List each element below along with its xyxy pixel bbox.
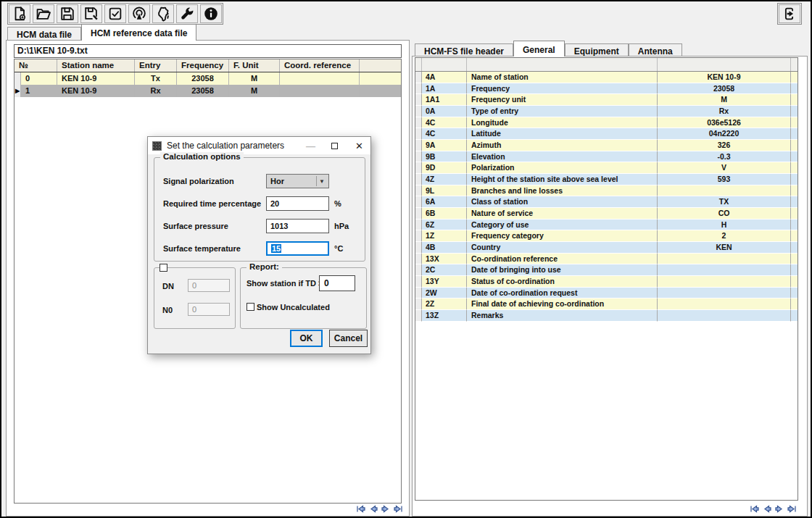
cancel-button[interactable]: Cancel bbox=[329, 330, 368, 347]
table-row[interactable]: 6AClass of stationTX bbox=[415, 196, 798, 208]
cell-value[interactable]: CO bbox=[658, 208, 791, 220]
africa-map-button[interactable] bbox=[152, 4, 174, 23]
cell-value[interactable]: 2 bbox=[658, 230, 791, 242]
new-file-button[interactable] bbox=[9, 4, 30, 23]
cell-frequency[interactable]: 23058 bbox=[177, 85, 229, 97]
cell-description[interactable]: Frequency bbox=[467, 83, 658, 95]
table-row[interactable]: 13XCo-ordination reference bbox=[415, 254, 798, 265]
cell-entry[interactable]: Rx bbox=[135, 85, 177, 97]
nav-last-button[interactable] bbox=[787, 504, 797, 514]
tab-equipment[interactable]: Equipment bbox=[565, 43, 629, 57]
cell-value[interactable]: 036e5126 bbox=[658, 117, 791, 129]
table-row[interactable]: 4CLatitude04n2220 bbox=[415, 128, 798, 140]
cell-no[interactable]: 1 bbox=[21, 85, 57, 97]
cell-value[interactable] bbox=[658, 276, 791, 288]
surface-pressure-input[interactable]: 1013 bbox=[266, 219, 329, 233]
table-row[interactable]: 1ZFrequency category2 bbox=[415, 230, 798, 242]
cell-code[interactable]: 4C bbox=[422, 128, 467, 140]
cell-code[interactable]: 2Z bbox=[422, 298, 467, 310]
column-header[interactable]: № bbox=[14, 59, 57, 72]
info-button[interactable] bbox=[200, 4, 222, 23]
cell-value[interactable]: KEN bbox=[658, 242, 791, 254]
cell-station-name[interactable]: KEN 10-9 bbox=[57, 72, 135, 85]
dn-input[interactable]: 0 bbox=[188, 279, 230, 292]
show-uncalculated-checkbox[interactable] bbox=[246, 303, 254, 311]
cell-value[interactable]: Rx bbox=[658, 106, 791, 117]
cell-description[interactable]: Status of co-ordination bbox=[467, 276, 658, 288]
cell-value[interactable]: KEN 10-9 bbox=[658, 72, 791, 83]
cell-description[interactable]: Frequency unit bbox=[467, 94, 658, 106]
column-header[interactable]: Station name bbox=[57, 59, 135, 72]
cell-funit[interactable]: M bbox=[229, 85, 280, 97]
cell-code[interactable]: 4C bbox=[422, 117, 467, 129]
cell-value[interactable]: 23058 bbox=[658, 83, 791, 95]
table-row[interactable]: 6BNature of serviceCO bbox=[415, 208, 798, 220]
cell-value[interactable]: TX bbox=[658, 196, 791, 208]
cell-code[interactable]: 13Z bbox=[422, 310, 467, 322]
cell-entry[interactable]: Tx bbox=[135, 72, 177, 85]
cell-description[interactable]: Name of station bbox=[467, 72, 658, 83]
save-as-button[interactable] bbox=[80, 4, 102, 23]
cell-description[interactable]: Height of the station site above sea lev… bbox=[467, 174, 658, 185]
table-row[interactable]: 4BCountryKEN bbox=[415, 242, 798, 254]
table-row[interactable]: 4ZHeight of the station site above sea l… bbox=[415, 174, 798, 185]
minimize-icon[interactable]: — bbox=[306, 141, 315, 151]
cell-description[interactable]: Co-ordination reference bbox=[467, 254, 658, 265]
signal-polarization-select[interactable]: Hor ▼ bbox=[266, 174, 329, 188]
cell-description[interactable]: Category of use bbox=[467, 220, 658, 231]
open-file-button[interactable] bbox=[33, 4, 54, 23]
show-station-threshold-input[interactable]: 0 bbox=[319, 275, 355, 291]
cell-description[interactable]: Country bbox=[467, 242, 658, 254]
table-row[interactable]: 9DPolarizationV bbox=[415, 162, 798, 174]
cell-value[interactable] bbox=[658, 185, 791, 197]
cell-code[interactable]: 13X bbox=[422, 254, 467, 265]
cell-code[interactable]: 2W bbox=[422, 288, 467, 299]
time-percentage-input[interactable]: 20 bbox=[266, 196, 329, 211]
cell-description[interactable]: Final date of achieving co-ordination bbox=[467, 298, 658, 310]
cell-value[interactable] bbox=[658, 288, 791, 299]
table-row[interactable]: 1A1Frequency unitM bbox=[415, 94, 798, 106]
table-row[interactable]: 4CLongitude036e5126 bbox=[415, 117, 798, 129]
cell-code[interactable]: 4Z bbox=[422, 174, 467, 185]
cell-description[interactable]: Date of co-ordination request bbox=[467, 288, 658, 299]
column-header[interactable]: Frequency bbox=[177, 59, 229, 72]
nav-prev-button[interactable] bbox=[762, 504, 772, 514]
cell-value[interactable]: V bbox=[658, 162, 791, 174]
cell-code[interactable]: 6Z bbox=[422, 220, 467, 231]
cell-code[interactable]: 6B bbox=[422, 208, 467, 220]
cell-description[interactable]: Class of station bbox=[467, 196, 658, 208]
tab-hcm-reference-data-file[interactable]: HCM reference data file bbox=[81, 24, 196, 41]
cell-description[interactable]: Branches and line losses bbox=[467, 185, 658, 197]
table-row[interactable]: 13ZRemarks bbox=[415, 310, 798, 322]
column-header[interactable]: F. Unit bbox=[229, 59, 280, 72]
cell-description[interactable]: Type of entry bbox=[467, 106, 658, 117]
cell-description[interactable]: Nature of service bbox=[467, 208, 658, 220]
cell-description[interactable]: Frequency category bbox=[467, 230, 658, 242]
cell-value[interactable] bbox=[658, 264, 791, 276]
cell-value[interactable]: H bbox=[658, 220, 791, 231]
cell-no[interactable]: 0 bbox=[21, 72, 57, 85]
cell-code[interactable]: 9B bbox=[422, 151, 467, 163]
maximize-icon[interactable] bbox=[331, 143, 338, 149]
column-header[interactable]: Coord. reference bbox=[280, 59, 360, 72]
column-header[interactable]: Entry bbox=[135, 59, 177, 72]
cell-code[interactable]: 13Y bbox=[422, 276, 467, 288]
cell-code[interactable]: 0A bbox=[422, 106, 467, 117]
table-row[interactable]: 6ZCategory of useH bbox=[415, 220, 798, 231]
cell-description[interactable]: Elevation bbox=[467, 151, 658, 163]
save-button[interactable] bbox=[57, 4, 78, 23]
tab-hcm-fs-file-header[interactable]: HCM-FS file header bbox=[415, 43, 513, 57]
cell-code[interactable]: 9L bbox=[422, 185, 467, 197]
cell-code[interactable]: 4A bbox=[422, 72, 467, 83]
exit-button[interactable] bbox=[779, 4, 800, 23]
table-row[interactable]: 9LBranches and line losses bbox=[415, 185, 798, 197]
cell-description[interactable]: Longitude bbox=[467, 117, 658, 129]
cell-description[interactable]: Date of bringing into use bbox=[467, 264, 658, 276]
cell-coord-reference[interactable] bbox=[280, 72, 360, 85]
table-row[interactable]: ▶1KEN 10-9Rx23058M bbox=[14, 85, 401, 97]
cell-code[interactable]: 2C bbox=[422, 264, 467, 276]
table-row[interactable]: 1AFrequency23058 bbox=[415, 83, 798, 95]
dn-n0-enable-checkbox[interactable] bbox=[160, 264, 167, 272]
settings-button[interactable] bbox=[176, 4, 198, 23]
cell-code[interactable]: 9D bbox=[422, 162, 467, 174]
